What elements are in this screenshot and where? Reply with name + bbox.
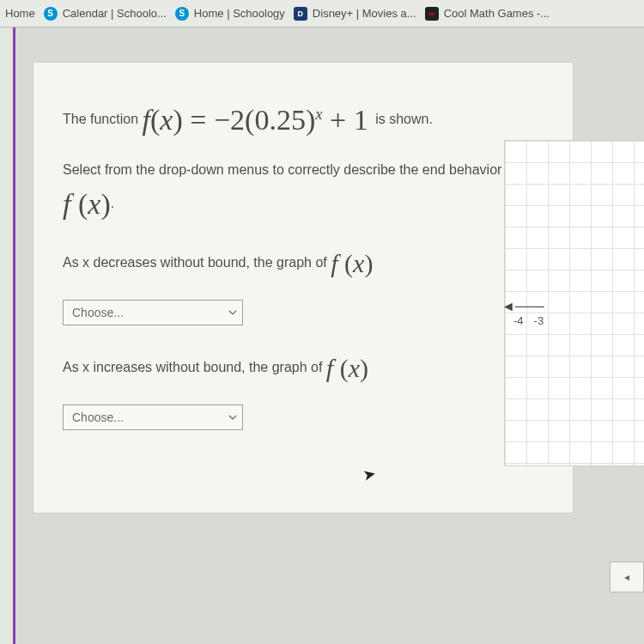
bookmark-label: Home | Schoology [194,7,285,20]
fx-expression: f (x) [63,188,111,220]
dropdown-increase-behavior[interactable]: Choose... [63,404,243,430]
left-accent-bar [0,27,15,644]
period: . [111,196,114,210]
bookmark-label: Home [5,7,35,20]
graph-panel: ◄─── -4 -3 [504,140,644,466]
intro-suffix: is shown. [375,112,433,126]
bookmark-home[interactable]: Home [5,7,35,20]
tick-label: -4 [513,313,524,331]
bookmark-coolmath[interactable]: ∞ Cool Math Games -... [425,7,550,21]
bookmarks-bar: Home S Calendar | Schoolo... S Home | Sc… [0,0,644,27]
intro-prefix: The function [63,112,143,126]
dropdown-placeholder: Choose... [72,408,124,427]
content-wrap: The function f(x) = −2(0.25)x + 1 is sho… [15,27,644,644]
chevron-down-icon [228,308,237,317]
disney-icon: D [294,7,307,21]
function-definition-line: The function f(x) = −2(0.25)x + 1 is sho… [63,97,544,143]
caret-left-icon: ◂ [624,571,629,583]
prompt2-text: As x increases without bound, the graph … [63,361,326,375]
prompt-increase: As x increases without bound, the graph … [63,348,544,389]
axis-tick-labels: -4 -3 [513,313,544,331]
schoology-icon: S [44,7,58,21]
chevron-down-icon [228,413,237,422]
fx-expression: f (x) [331,249,373,277]
page-area: The function f(x) = −2(0.25)x + 1 is sho… [0,27,644,644]
schoology-icon: S [175,7,189,21]
coolmath-icon: ∞ [425,7,439,21]
bookmark-label: Disney+ | Movies a... [313,7,416,20]
bookmark-disney[interactable]: D Disney+ | Movies a... [294,7,416,21]
dropdown-placeholder: Choose... [72,303,124,322]
bookmark-schoology-home[interactable]: S Home | Schoology [175,7,285,21]
instruction-line: Select from the drop-down menus to corre… [63,159,544,228]
fx-expression: f (x) [326,354,368,382]
nav-prev-button[interactable]: ◂ [610,562,644,592]
bookmark-label: Cool Math Games -... [444,7,550,20]
instruction-prefix: Select from the drop-down menus to corre… [63,162,517,177]
function-expression: f(x) = −2(0.25)x + 1 [143,104,376,136]
bookmark-label: Calendar | Schoolo... [63,7,167,20]
prompt-decrease: As x decreases without bound, the graph … [63,243,544,284]
dropdown-decrease-behavior[interactable]: Choose... [63,300,243,325]
bookmark-schoology-calendar[interactable]: S Calendar | Schoolo... [44,7,167,21]
question-card: The function f(x) = −2(0.25)x + 1 is sho… [33,62,574,513]
prompt1-text: As x decreases without bound, the graph … [63,256,331,270]
tick-label: -3 [534,313,544,331]
